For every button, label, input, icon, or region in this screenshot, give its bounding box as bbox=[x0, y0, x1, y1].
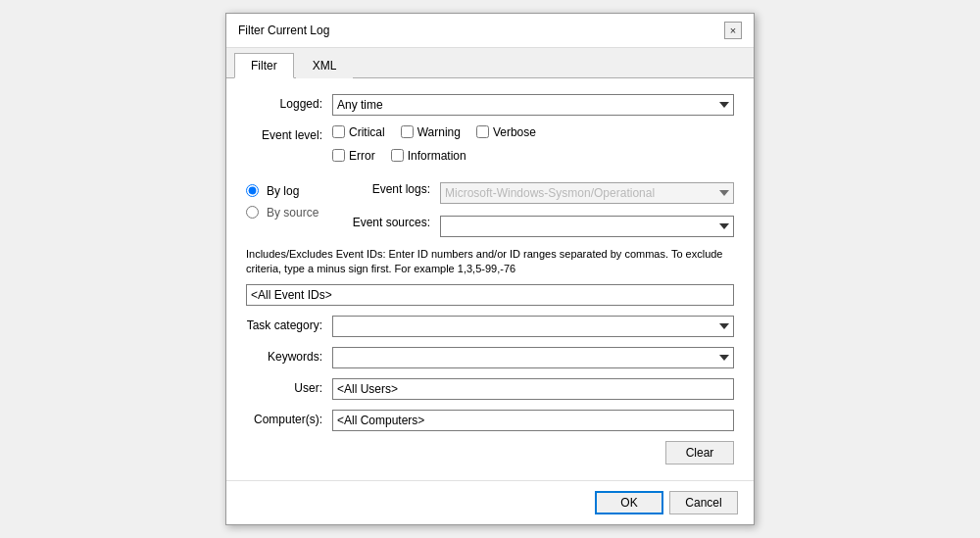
radio-column: By log By source bbox=[246, 182, 352, 220]
event-sources-dropdown[interactable] bbox=[440, 216, 734, 237]
information-label: Information bbox=[408, 149, 466, 163]
user-input[interactable] bbox=[332, 378, 734, 400]
event-level-row2: Error Information bbox=[332, 149, 734, 169]
task-category-dropdown[interactable] bbox=[332, 316, 734, 337]
critical-checkbox-item[interactable]: Critical bbox=[332, 125, 385, 139]
by-log-radio[interactable] bbox=[246, 184, 259, 197]
keywords-dropdown[interactable] bbox=[332, 347, 734, 368]
user-row: User: bbox=[246, 378, 734, 400]
event-logs-dropdown[interactable]: Microsoft-Windows-Sysmon/Operational bbox=[440, 182, 734, 204]
tab-filter[interactable]: Filter bbox=[234, 53, 294, 78]
user-control bbox=[332, 378, 734, 400]
warning-checkbox-item[interactable]: Warning bbox=[401, 125, 461, 139]
title-bar: Filter Current Log × bbox=[226, 14, 754, 48]
by-log-radio-item[interactable]: By log bbox=[246, 184, 352, 198]
information-checkbox-item[interactable]: Information bbox=[391, 149, 466, 163]
warning-label: Warning bbox=[417, 125, 461, 139]
critical-label: Critical bbox=[349, 125, 385, 139]
clear-button[interactable]: Clear bbox=[665, 441, 734, 465]
dialog-title: Filter Current Log bbox=[238, 24, 329, 37]
error-checkbox[interactable] bbox=[332, 149, 345, 162]
computer-row: Computer(s): bbox=[246, 410, 734, 431]
keywords-label: Keywords: bbox=[246, 347, 332, 364]
event-level-row: Event level: Critical Warning Verbose bbox=[246, 125, 734, 172]
verbose-checkbox[interactable] bbox=[476, 125, 489, 138]
event-ids-area bbox=[246, 284, 734, 306]
bottom-buttons: OK Cancel bbox=[226, 480, 754, 524]
task-category-row: Task category: bbox=[246, 316, 734, 337]
cancel-button[interactable]: Cancel bbox=[669, 491, 738, 514]
log-source-section: By log By source Event logs: Microsoft-W… bbox=[246, 182, 734, 237]
error-checkbox-item[interactable]: Error bbox=[332, 149, 375, 163]
task-category-label: Task category: bbox=[246, 316, 332, 332]
event-level-label: Event level: bbox=[246, 125, 332, 142]
event-logs-row: Event logs: Microsoft-Windows-Sysmon/Ope… bbox=[352, 182, 734, 204]
critical-checkbox[interactable] bbox=[332, 125, 345, 138]
logged-label: Logged: bbox=[246, 94, 332, 111]
by-source-radio-item[interactable]: By source bbox=[246, 206, 352, 220]
computer-control bbox=[332, 410, 734, 431]
user-label: User: bbox=[246, 378, 332, 395]
event-sources-row: Event sources: bbox=[352, 216, 734, 237]
event-ids-description: Includes/Excludes Event IDs: Enter ID nu… bbox=[246, 247, 734, 277]
logged-control: Any time Last hour Last 12 hours Last 24… bbox=[332, 94, 734, 116]
event-sources-control bbox=[440, 216, 734, 237]
by-source-label: By source bbox=[267, 206, 318, 220]
clear-button-row: Clear bbox=[246, 441, 734, 465]
task-category-control bbox=[332, 316, 734, 337]
event-level-controls: Critical Warning Verbose Error bbox=[332, 125, 734, 172]
logged-dropdown[interactable]: Any time Last hour Last 12 hours Last 24… bbox=[332, 94, 734, 116]
log-source-right-col: Event logs: Microsoft-Windows-Sysmon/Ope… bbox=[352, 182, 734, 237]
verbose-checkbox-item[interactable]: Verbose bbox=[476, 125, 536, 139]
computer-label: Computer(s): bbox=[246, 410, 332, 426]
information-checkbox[interactable] bbox=[391, 149, 404, 162]
ok-button[interactable]: OK bbox=[595, 491, 663, 514]
warning-checkbox[interactable] bbox=[401, 125, 414, 138]
event-ids-input[interactable] bbox=[246, 284, 734, 306]
keywords-row: Keywords: bbox=[246, 347, 734, 368]
error-label: Error bbox=[349, 149, 375, 163]
computer-input[interactable] bbox=[332, 410, 734, 431]
event-logs-label: Event logs: bbox=[352, 182, 440, 196]
tab-xml[interactable]: XML bbox=[296, 53, 354, 78]
event-sources-label: Event sources: bbox=[352, 216, 440, 229]
event-logs-control: Microsoft-Windows-Sysmon/Operational bbox=[440, 182, 734, 204]
close-button[interactable]: × bbox=[724, 22, 742, 39]
by-log-label: By log bbox=[267, 184, 299, 198]
by-source-radio[interactable] bbox=[246, 206, 259, 219]
logged-row: Logged: Any time Last hour Last 12 hours… bbox=[246, 94, 734, 116]
tabs-bar: Filter XML bbox=[226, 48, 754, 78]
filter-dialog: Filter Current Log × Filter XML Logged: … bbox=[225, 13, 755, 526]
keywords-control bbox=[332, 347, 734, 368]
verbose-label: Verbose bbox=[493, 125, 536, 139]
filter-content: Logged: Any time Last hour Last 12 hours… bbox=[226, 78, 754, 481]
event-level-row1: Critical Warning Verbose bbox=[332, 125, 734, 145]
